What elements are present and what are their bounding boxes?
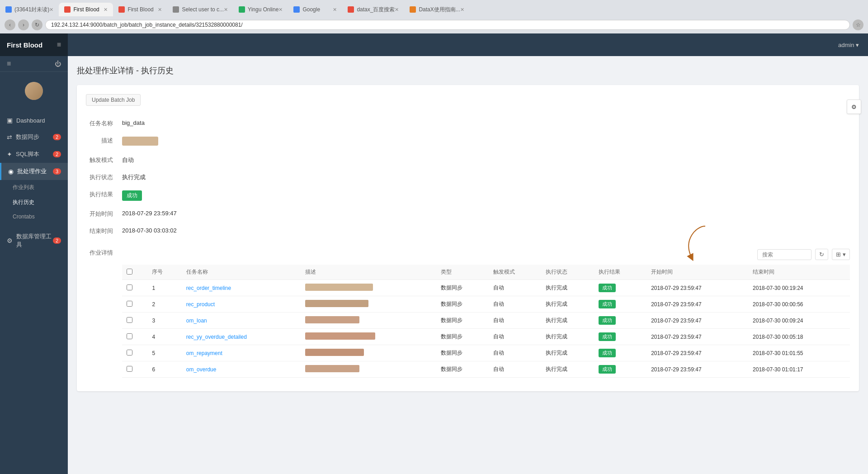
address-input[interactable] bbox=[45, 20, 850, 30]
sidebar-item-db-tools[interactable]: ⚙ 数据库管理工具 2 bbox=[0, 228, 68, 253]
row-name[interactable]: om_loan bbox=[182, 313, 301, 329]
success-badge: 成功 bbox=[122, 190, 142, 201]
tab-label: datax_百度搜索 bbox=[357, 6, 395, 14]
sidebar-item-sql[interactable]: ✦ SQL脚本 2 bbox=[0, 146, 68, 163]
search-input[interactable] bbox=[757, 249, 811, 260]
tab-8[interactable]: DataX使用指南... ✕ bbox=[404, 3, 469, 16]
sidebar-hamburger-icon[interactable]: ≡ bbox=[7, 60, 11, 68]
row-desc bbox=[301, 345, 436, 361]
sidebar-item-data-sync[interactable]: ⇄ 数据同步 2 bbox=[0, 128, 68, 146]
th-status: 执行状态 bbox=[541, 265, 594, 280]
tab-5[interactable]: Yingu Online ✕ bbox=[233, 3, 288, 16]
jobs-table: 序号 任务名称 描述 类型 触发模式 执行状态 执行结果 开始时间 结束时间 bbox=[122, 265, 850, 378]
table-row: 5 om_repayment 数据同步 自动 执行完成 成功 2018-07-2… bbox=[122, 345, 850, 361]
settings-icon: ⚙ bbox=[851, 104, 857, 110]
tab-close-icon[interactable]: ✕ bbox=[49, 7, 53, 13]
row-seq: 4 bbox=[147, 329, 181, 345]
hamburger-icon[interactable]: ≡ bbox=[57, 41, 61, 49]
sidebar-subitem-crontabs[interactable]: Crontabs bbox=[0, 210, 68, 223]
exec-history-label: 执行历史 bbox=[13, 199, 34, 206]
settings-button[interactable]: ⚙ bbox=[847, 100, 861, 114]
tab-favicon bbox=[348, 6, 354, 13]
tools-icon: ⚙ bbox=[7, 237, 13, 244]
row-status: 执行完成 bbox=[541, 361, 594, 378]
row-result-badge: 成功 bbox=[599, 316, 616, 325]
row-name[interactable]: om_repayment bbox=[182, 345, 301, 361]
exec-result-label: 执行结果 bbox=[86, 190, 122, 199]
forward-button[interactable]: › bbox=[18, 19, 29, 30]
tab-close-icon[interactable]: ✕ bbox=[224, 7, 228, 13]
row-checkbox[interactable] bbox=[127, 301, 132, 307]
admin-dropdown[interactable]: admin ▾ bbox=[838, 42, 859, 48]
task-name-label: 任务名称 bbox=[86, 119, 122, 128]
tab-close-icon[interactable]: ✕ bbox=[158, 7, 162, 13]
row-start: 2018-07-29 23:59:47 bbox=[646, 280, 748, 296]
table-row: 6 om_overdue 数据同步 自动 执行完成 成功 2018-07-29 … bbox=[122, 361, 850, 378]
trigger-value: 自动 bbox=[122, 156, 850, 164]
table-row: 3 om_loan 数据同步 自动 执行完成 成功 2018-07-29 23:… bbox=[122, 313, 850, 329]
tab-favicon bbox=[5, 6, 12, 13]
tab-close-icon[interactable]: ✕ bbox=[104, 7, 108, 13]
sidebar-item-label: Dashboard bbox=[16, 117, 45, 124]
row-result: 成功 bbox=[594, 329, 646, 345]
data-sync-badge: 2 bbox=[53, 134, 61, 140]
row-type: 数据同步 bbox=[436, 313, 489, 329]
back-button[interactable]: ‹ bbox=[5, 19, 15, 30]
tab-7[interactable]: datax_百度搜索 ✕ bbox=[342, 3, 404, 16]
row-desc bbox=[301, 329, 436, 345]
tab-close-icon[interactable]: ✕ bbox=[395, 7, 399, 13]
row-checkbox[interactable] bbox=[127, 284, 132, 290]
row-type: 数据同步 bbox=[436, 345, 489, 361]
row-checkbox[interactable] bbox=[127, 366, 132, 372]
top-bar: admin ▾ bbox=[68, 33, 868, 56]
tab-1[interactable]: (33641封未读) ✕ bbox=[0, 3, 59, 16]
select-all-checkbox[interactable] bbox=[127, 269, 132, 275]
tab-close-icon[interactable]: ✕ bbox=[460, 7, 464, 13]
row-result-badge: 成功 bbox=[599, 365, 616, 374]
tab-6[interactable]: Google ✕ bbox=[288, 3, 342, 16]
reload-button[interactable]: ↻ bbox=[32, 19, 42, 30]
row-type: 数据同步 bbox=[436, 296, 489, 313]
row-name[interactable]: rec_order_timeline bbox=[182, 280, 301, 296]
sidebar-subitem-job-list[interactable]: 作业列表 bbox=[0, 180, 68, 195]
row-end: 2018-07-30 01:01:55 bbox=[748, 345, 850, 361]
avatar bbox=[25, 82, 43, 100]
bookmark-button[interactable]: ☆ bbox=[853, 19, 863, 30]
tab-close-icon[interactable]: ✕ bbox=[278, 7, 283, 13]
start-time-label: 开始时间 bbox=[86, 210, 122, 218]
tab-2[interactable]: First Blood ✕ bbox=[59, 3, 113, 16]
row-end: 2018-07-30 00:19:24 bbox=[748, 280, 850, 296]
row-seq: 3 bbox=[147, 313, 181, 329]
tab-close-icon[interactable]: ✕ bbox=[333, 7, 337, 13]
th-name: 任务名称 bbox=[182, 265, 301, 280]
update-batch-job-button[interactable]: Update Batch Job bbox=[86, 94, 141, 106]
exec-result-row: 执行结果 成功 bbox=[86, 186, 850, 205]
desc-row: 描述 bbox=[86, 132, 850, 152]
refresh-button[interactable]: ↻ bbox=[815, 249, 828, 260]
tab-favicon bbox=[118, 6, 125, 13]
sidebar-power-icon[interactable]: ⏻ bbox=[55, 60, 61, 67]
desc-value bbox=[122, 137, 850, 147]
end-time-label: 结束时间 bbox=[86, 227, 122, 235]
sql-badge: 2 bbox=[53, 151, 61, 157]
row-name[interactable]: rec_yy_overdue_detailed bbox=[182, 329, 301, 345]
app-container: First Blood ≡ ≡ ⏻ ▣ Dashboard ⇄ 数据同步 2 ✦ bbox=[0, 33, 868, 474]
exec-status-label: 执行状态 bbox=[86, 173, 122, 181]
row-checkbox[interactable] bbox=[127, 350, 132, 356]
grid-view-button[interactable]: ⊞ ▾ bbox=[832, 249, 850, 260]
sidebar-item-batch-job[interactable]: ◉ 批处理作业 3 bbox=[0, 163, 68, 180]
row-trigger: 自动 bbox=[489, 313, 541, 329]
row-end: 2018-07-30 00:00:56 bbox=[748, 296, 850, 313]
sidebar-item-dashboard[interactable]: ▣ Dashboard bbox=[0, 112, 68, 128]
row-checkbox[interactable] bbox=[127, 333, 132, 339]
th-desc: 描述 bbox=[301, 265, 436, 280]
row-checkbox[interactable] bbox=[127, 317, 132, 323]
row-name[interactable]: rec_product bbox=[182, 296, 301, 313]
tab-4[interactable]: Select user to c... ✕ bbox=[167, 3, 233, 16]
row-seq: 6 bbox=[147, 361, 181, 378]
tab-label: Yingu Online bbox=[248, 6, 278, 13]
content-area: 批处理作业详情 - 执行历史 Update Batch Job 任务名称 big… bbox=[68, 56, 868, 474]
row-name[interactable]: om_overdue bbox=[182, 361, 301, 378]
tab-3[interactable]: First Blood ✕ bbox=[113, 3, 167, 16]
sidebar-subitem-exec-history[interactable]: 执行历史 bbox=[0, 195, 68, 210]
